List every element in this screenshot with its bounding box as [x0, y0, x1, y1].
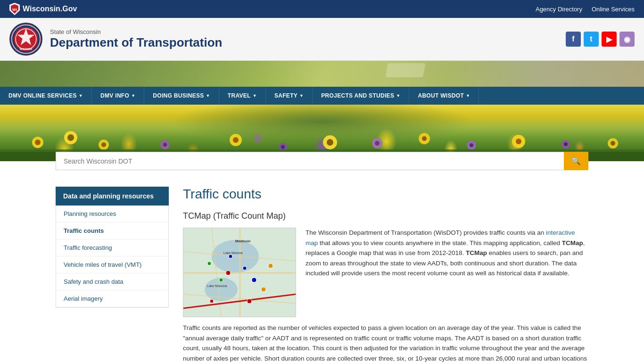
svg-point-45 — [226, 271, 231, 275]
sidebar-item-aerial-imagery[interactable]: Aerial imagery — [56, 290, 168, 307]
svg-point-50 — [210, 299, 214, 303]
agency-line: State of Wisconsin — [50, 28, 222, 35]
bottom-paragraph: Traffic counts are reported as the numbe… — [183, 323, 588, 362]
social-icons: f t ▶ ◉ — [566, 32, 635, 47]
main-nav: DMV ONLINE SERVICES ▼ DMV INFO ▼ DOING B… — [0, 87, 644, 105]
dot-seal: WISCONSIN — [9, 23, 42, 56]
svg-point-11 — [67, 134, 74, 141]
sidebar-item-safety-crash[interactable]: Safety and crash data — [56, 273, 168, 290]
dept-name: Department of Transportation — [50, 35, 222, 50]
wi-shield-icon: WI — [9, 3, 20, 15]
nav-arrow: ▼ — [131, 93, 135, 98]
header-text: State of Wisconsin Department of Transpo… — [50, 28, 222, 50]
sidebar-item-traffic-forecasting[interactable]: Traffic forecasting — [56, 239, 168, 256]
svg-text:WI: WI — [12, 8, 17, 12]
section-title: TCMap (Traffic Count Map) — [183, 211, 588, 221]
sidebar-links: Planning resources Traffic counts Traffi… — [56, 206, 169, 308]
svg-point-54 — [207, 262, 211, 265]
wi-gov-logo: WI Wisconsin.Gov — [9, 3, 77, 15]
nav-arrow: ▼ — [79, 93, 83, 98]
nav-dmv-info[interactable]: DMV INFO ▼ — [92, 87, 144, 105]
svg-point-51 — [247, 299, 252, 304]
search-icon: 🔍 — [571, 156, 581, 165]
nav-arrow: ▼ — [253, 93, 257, 98]
svg-point-48 — [219, 278, 223, 282]
top-bar-links: Agency Directory Online Services — [536, 6, 635, 13]
search-button[interactable]: 🔍 — [564, 152, 588, 170]
search-input[interactable] — [56, 152, 564, 170]
twitter-icon[interactable]: t — [584, 32, 599, 47]
nav-arrow: ▼ — [396, 93, 400, 98]
svg-point-49 — [261, 287, 266, 292]
svg-point-19 — [422, 136, 427, 141]
svg-point-47 — [252, 278, 256, 282]
header: WISCONSIN State of Wisconsin Department … — [0, 18, 644, 61]
search-container: 🔍 — [56, 152, 588, 170]
nav-arrow: ▼ — [299, 93, 304, 98]
search-bar: 🔍 — [0, 142, 644, 177]
svg-text:Lake Monona: Lake Monona — [207, 284, 227, 288]
interactive-map-link[interactable]: interactive map — [305, 229, 575, 247]
agency-directory-link[interactable]: Agency Directory — [536, 6, 582, 13]
header-left: WISCONSIN State of Wisconsin Department … — [9, 23, 222, 56]
hero-banner — [0, 61, 644, 87]
page-content: Traffic counts TCMap (Traffic Count Map) — [169, 187, 588, 362]
nav-arrow: ▼ — [206, 93, 210, 98]
nav-arrow: ▼ — [466, 93, 470, 98]
facebook-icon[interactable]: f — [566, 32, 581, 47]
nav-about[interactable]: ABOUT WISDOT ▼ — [409, 87, 479, 105]
svg-text:Madison: Madison — [235, 239, 251, 243]
nav-dmv-online[interactable]: DMV ONLINE SERVICES ▼ — [0, 87, 92, 105]
sidebar: Data and planning resources Planning res… — [56, 187, 169, 362]
sidebar-section-header[interactable]: Data and planning resources — [56, 187, 169, 206]
sidebar-item-traffic-counts[interactable]: Traffic counts — [56, 222, 168, 239]
nav-safety[interactable]: SAFETY ▼ — [266, 87, 313, 105]
nav-projects[interactable]: PROJECTS AND STUDIES ▼ — [313, 87, 409, 105]
seal-svg: WISCONSIN — [11, 23, 41, 56]
wi-gov-text: Wisconsin.Gov — [23, 5, 77, 13]
tcmap-bold-1: TCMap — [562, 239, 583, 247]
svg-point-46 — [243, 266, 247, 270]
main-content: Data and planning resources Planning res… — [0, 177, 644, 362]
svg-text:Lake Monroe: Lake Monroe — [223, 251, 243, 255]
youtube-icon[interactable]: ▶ — [602, 32, 617, 47]
sidebar-item-planning-resources[interactable]: Planning resources — [56, 206, 168, 222]
tcmap-image: Lake Monroe Lake Monona Madison — [183, 228, 296, 317]
podcast-icon[interactable]: ◉ — [619, 32, 635, 47]
truck-silhouette — [385, 63, 425, 77]
map-visual: Lake Monroe Lake Monona Madison — [183, 228, 296, 317]
page-title: Traffic counts — [183, 187, 588, 202]
map-svg: Lake Monroe Lake Monona Madison — [183, 228, 296, 317]
online-services-link[interactable]: Online Services — [592, 6, 635, 13]
content-text: The Wisconsin Department of Transportati… — [305, 228, 588, 317]
sidebar-item-vmt[interactable]: Vehicle miles of travel (VMT) — [56, 256, 168, 273]
top-bar: WI Wisconsin.Gov Agency Directory Online… — [0, 0, 644, 18]
hero-search-area: 🔍 — [0, 105, 644, 177]
content-block: Lake Monroe Lake Monona Madison The Wisc… — [183, 228, 588, 317]
paragraph-1: The Wisconsin Department of Transportati… — [305, 228, 588, 279]
content-area: Data and planning resources Planning res… — [56, 187, 588, 362]
svg-point-52 — [229, 255, 232, 258]
svg-point-53 — [268, 263, 273, 268]
tcmap-bold-2: TCMap — [466, 249, 487, 256]
nav-doing-business[interactable]: DOING BUSINESS ▼ — [144, 87, 219, 105]
nav-travel[interactable]: TRAVEL ▼ — [219, 87, 266, 105]
svg-text:WISCONSIN: WISCONSIN — [20, 48, 32, 50]
